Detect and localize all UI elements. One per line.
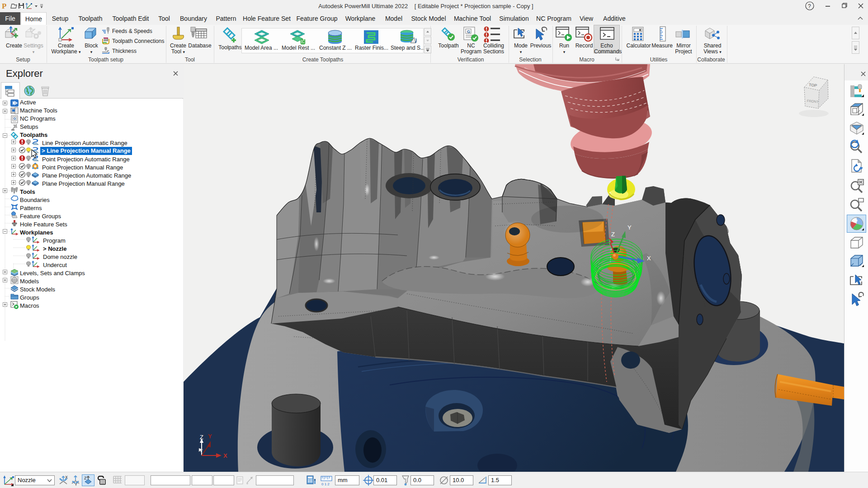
svg-text:Z: Z: [200, 434, 203, 441]
svg-text:X: X: [647, 255, 651, 262]
svg-text:X: X: [65, 475, 68, 479]
svg-text:Y: Y: [208, 433, 212, 440]
svg-text:X: X: [223, 452, 227, 459]
svg-text:Z: Z: [611, 231, 615, 238]
svg-text:G: G: [467, 29, 470, 34]
svg-text:Z: Z: [84, 476, 87, 480]
svg-text:Y: Y: [75, 482, 77, 486]
svg-text:0 1 2: 0 1 2: [321, 482, 330, 486]
svg-text:G: G: [13, 117, 16, 121]
svg-text:Y: Y: [627, 224, 632, 231]
